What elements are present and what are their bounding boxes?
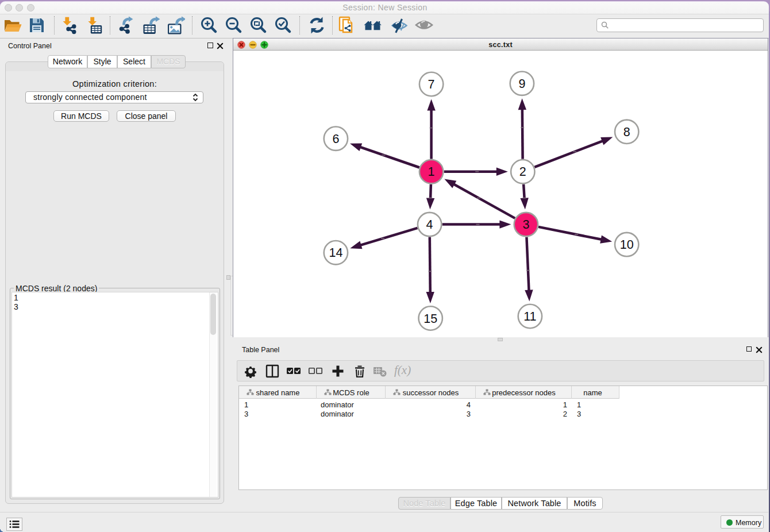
svg-text:9: 9 [518, 77, 525, 91]
svg-text:8: 8 [623, 125, 630, 139]
svg-text:4: 4 [426, 218, 433, 232]
svg-text:6: 6 [332, 132, 339, 146]
svg-text:14: 14 [329, 246, 342, 260]
svg-text:11: 11 [523, 310, 536, 323]
svg-text:1: 1 [428, 165, 435, 179]
svg-text:3: 3 [522, 218, 529, 232]
svg-text:10: 10 [620, 238, 634, 252]
svg-text:2: 2 [519, 165, 526, 179]
svg-text:15: 15 [424, 312, 437, 326]
svg-text:7: 7 [428, 78, 435, 91]
